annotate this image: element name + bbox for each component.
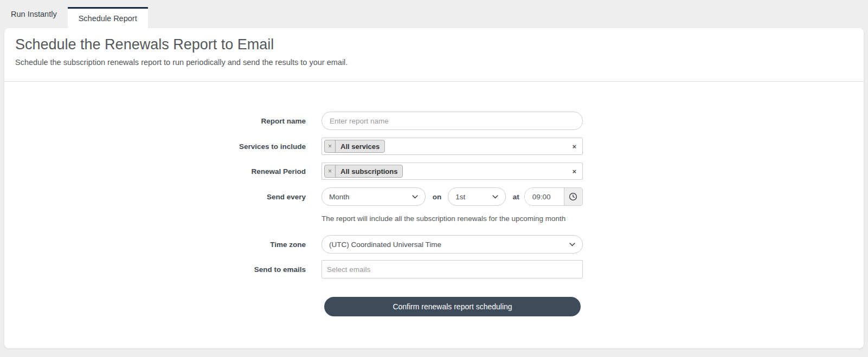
- time-zone-label: Time zone: [4, 241, 306, 249]
- services-multiselect[interactable]: × All services ×: [322, 138, 583, 155]
- frequency-value: Month: [329, 193, 350, 201]
- renewal-period-row: Renewal Period × All subscriptions ×: [4, 163, 864, 180]
- clock-icon[interactable]: [564, 188, 582, 205]
- schedule-helper-text: The report will include all the subscrip…: [322, 215, 565, 223]
- schedule-report-panel: Schedule the Renewals Report to Email Sc…: [4, 28, 864, 348]
- send-to-emails-row: Send to emails: [4, 260, 864, 278]
- time-zone-select[interactable]: (UTC) Coordinated Universal Time: [322, 235, 583, 254]
- services-label: Services to include: [4, 142, 306, 151]
- send-to-emails-input[interactable]: [322, 260, 583, 278]
- report-name-row: Report name: [4, 112, 864, 130]
- clear-selection-icon[interactable]: ×: [572, 168, 576, 175]
- time-zone-row: Time zone (UTC) Coordinated Universal Ti…: [4, 235, 864, 254]
- tag-label: All services: [336, 140, 384, 152]
- report-name-label: Report name: [4, 117, 306, 125]
- page-subtitle: Schedule the subscription renewals repor…: [15, 58, 855, 67]
- time-picker: [524, 187, 583, 206]
- renewal-period-multiselect[interactable]: × All subscriptions ×: [322, 163, 583, 180]
- on-label: on: [433, 193, 442, 201]
- at-label: at: [513, 193, 519, 201]
- tab-bar: Run Instantly Schedule Report: [0, 0, 868, 28]
- time-input[interactable]: [525, 188, 564, 205]
- time-zone-value: (UTC) Coordinated Universal Time: [329, 241, 441, 249]
- chevron-down-icon: [492, 195, 498, 199]
- report-name-input[interactable]: [322, 112, 583, 130]
- day-value: 1st: [455, 193, 465, 201]
- confirm-schedule-button[interactable]: Confirm renewals report scheduling: [324, 297, 581, 316]
- services-selected-tag: × All services: [324, 140, 385, 153]
- panel-header: Schedule the Renewals Report to Email Sc…: [4, 28, 864, 67]
- renewal-selected-tag: × All subscriptions: [324, 165, 403, 178]
- submit-row: Confirm renewals report scheduling: [4, 297, 864, 316]
- send-to-emails-label: Send to emails: [4, 265, 306, 274]
- send-every-row: Send every Month on 1st: [4, 187, 864, 206]
- clear-selection-icon[interactable]: ×: [572, 143, 576, 150]
- tag-remove-icon[interactable]: ×: [325, 140, 336, 152]
- send-every-label: Send every: [4, 193, 306, 201]
- tab-schedule-report[interactable]: Schedule Report: [68, 7, 148, 28]
- tag-remove-icon[interactable]: ×: [325, 165, 336, 177]
- services-row: Services to include × All services ×: [4, 138, 864, 155]
- tab-run-instantly[interactable]: Run Instantly: [0, 0, 68, 28]
- renewal-period-label: Renewal Period: [4, 167, 306, 176]
- day-select[interactable]: 1st: [448, 187, 505, 206]
- tag-label: All subscriptions: [336, 165, 402, 177]
- helper-row: The report will include all the subscrip…: [4, 213, 864, 223]
- schedule-form: Report name Services to include × All se…: [4, 82, 864, 316]
- page-title: Schedule the Renewals Report to Email: [15, 36, 855, 53]
- chevron-down-icon: [412, 195, 418, 199]
- chevron-down-icon: [569, 243, 575, 246]
- frequency-select[interactable]: Month: [322, 187, 426, 206]
